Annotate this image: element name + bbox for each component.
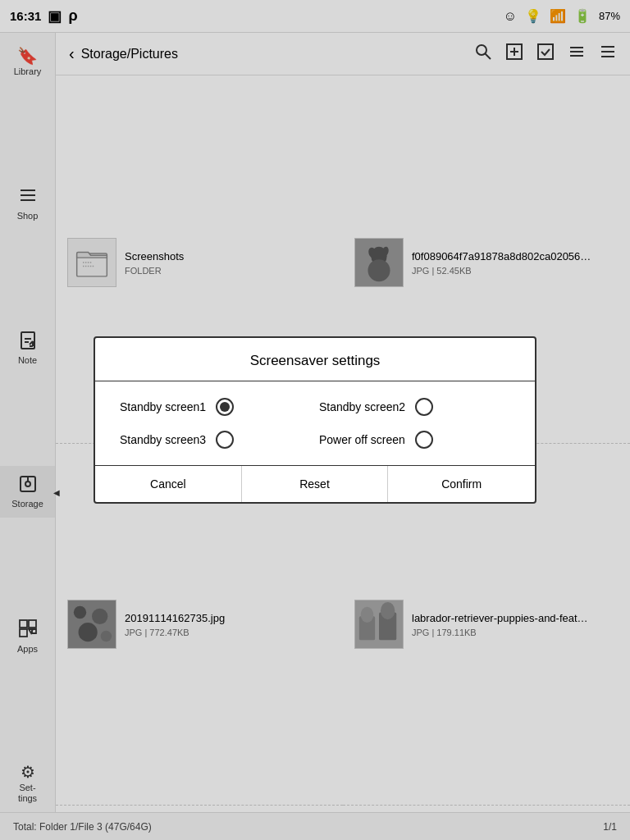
modal-actions: Cancel Reset Confirm	[95, 466, 535, 502]
modal-overlay: Screensaver settings Standby screen1 Sta…	[0, 0, 630, 840]
radio-label-standby2: Standby screen2	[319, 400, 405, 413]
option-standby1[interactable]: Standby screen1	[120, 398, 311, 416]
radio-circle-standby2[interactable]	[415, 398, 433, 416]
radio-circle-standby3[interactable]	[216, 431, 234, 449]
reset-button[interactable]: Reset	[242, 466, 389, 502]
modal-body: Standby screen1 Standby screen2 Standby …	[95, 381, 535, 466]
radio-label-standby3: Standby screen3	[120, 433, 206, 446]
radio-circle-poweroff[interactable]	[415, 431, 433, 449]
radio-label-standby1: Standby screen1	[120, 400, 206, 413]
confirm-button[interactable]: Confirm	[388, 466, 535, 502]
radio-label-poweroff: Power off screen	[319, 433, 405, 446]
screensaver-modal: Screensaver settings Standby screen1 Sta…	[94, 336, 536, 504]
cancel-button[interactable]: Cancel	[95, 466, 242, 502]
modal-title: Screensaver settings	[95, 338, 535, 381]
option-standby2[interactable]: Standby screen2	[319, 398, 510, 416]
option-poweroff[interactable]: Power off screen	[319, 431, 510, 449]
radio-circle-standby1[interactable]	[216, 398, 234, 416]
option-standby3[interactable]: Standby screen3	[120, 431, 311, 449]
